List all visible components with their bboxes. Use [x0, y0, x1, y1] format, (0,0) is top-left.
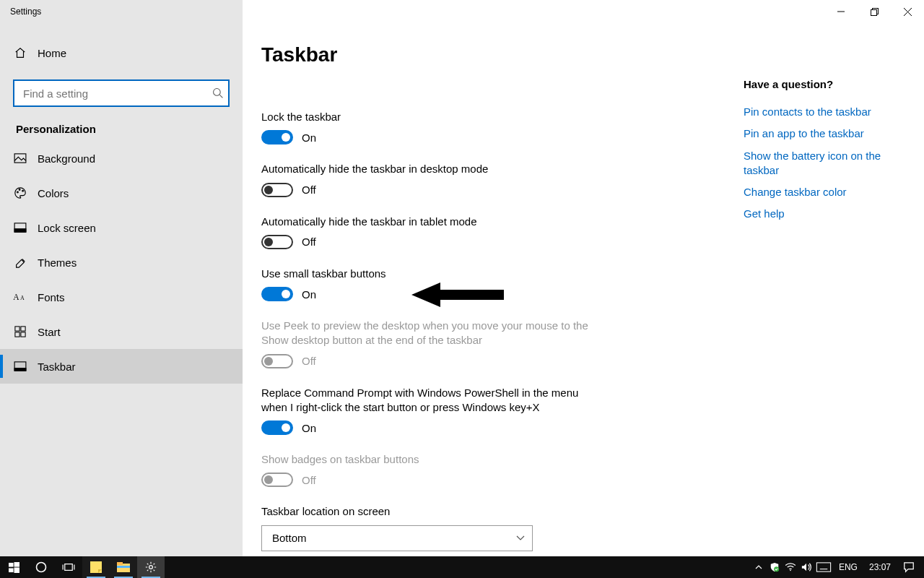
- tray-defender-icon[interactable]: [767, 556, 783, 578]
- setting-label: Lock the taskbar: [261, 110, 601, 124]
- setting-label: Automatically hide the taskbar in tablet…: [261, 215, 601, 229]
- toggle[interactable]: [261, 420, 293, 435]
- nav-lockscreen[interactable]: Lock screen: [0, 210, 243, 245]
- taskview-button[interactable]: [55, 556, 82, 578]
- toggle[interactable]: [261, 235, 293, 249]
- setting-label: Replace Command Prompt with Windows Powe…: [261, 386, 601, 415]
- svg-rect-30: [90, 561, 102, 573]
- svg-rect-32: [117, 562, 123, 565]
- help-heading: Have a question?: [744, 78, 910, 90]
- tray-wifi-icon[interactable]: [783, 556, 798, 578]
- svg-rect-2: [871, 9, 876, 15]
- sidebar: Home Personalization Background: [0, 0, 243, 556]
- setting-6: Show badges on taskbar buttonsOff: [261, 452, 601, 487]
- nav-taskbar[interactable]: Taskbar: [0, 349, 243, 384]
- setting-2: Automatically hide the taskbar in tablet…: [261, 215, 601, 249]
- setting-3: Use small taskbar buttonsOn: [261, 267, 601, 301]
- svg-point-34: [149, 566, 153, 569]
- svg-point-26: [37, 563, 46, 572]
- setting-label: Taskbar location on screen: [261, 504, 601, 519]
- tray-actioncenter[interactable]: [897, 561, 921, 573]
- tray-volume-icon[interactable]: [798, 556, 814, 578]
- toggle: [261, 354, 293, 368]
- svg-point-8: [17, 191, 19, 193]
- toggle-state: Off: [302, 355, 316, 367]
- nav-fonts[interactable]: A A Fonts: [0, 280, 243, 314]
- close-button[interactable]: [891, 0, 924, 23]
- setting-4: Use Peek to preview the desktop when you…: [261, 319, 601, 368]
- themes-icon: [13, 256, 27, 269]
- svg-rect-22: [9, 562, 14, 566]
- svg-text:A: A: [13, 293, 19, 301]
- nav-label: Background: [38, 152, 95, 165]
- page-title: Taskbar: [261, 43, 744, 66]
- toggle-state: On: [302, 131, 316, 144]
- help-link[interactable]: Pin an app to the taskbar: [744, 126, 910, 141]
- setting-1: Automatically hide the taskbar in deskto…: [261, 162, 601, 197]
- tray-language[interactable]: ENG: [833, 562, 863, 572]
- svg-rect-37: [816, 563, 830, 571]
- toggle-state: Off: [302, 474, 316, 486]
- nav-label: Start: [38, 326, 61, 338]
- location-dropdown[interactable]: Bottom: [261, 525, 533, 551]
- system-taskbar: ENG 23:07: [0, 556, 924, 578]
- setting-5: Replace Command Prompt with Windows Powe…: [261, 386, 601, 436]
- nav-home-label: Home: [38, 47, 66, 59]
- maximize-button[interactable]: [858, 0, 891, 23]
- search-input[interactable]: [22, 87, 212, 100]
- toggle[interactable]: [261, 183, 293, 197]
- nav-label: Fonts: [38, 291, 65, 303]
- nav-label: Colors: [38, 187, 69, 199]
- svg-rect-16: [21, 327, 25, 331]
- palette-icon: [13, 186, 27, 199]
- help-link[interactable]: Show the battery icon on the taskbar: [744, 149, 910, 178]
- minimize-button[interactable]: [824, 0, 858, 23]
- nav-home[interactable]: Home: [0, 36, 243, 69]
- tray-clock[interactable]: 23:07: [863, 562, 897, 572]
- nav-start[interactable]: Start: [0, 314, 243, 349]
- help-link[interactable]: Get help: [744, 207, 910, 221]
- svg-rect-12: [14, 229, 26, 232]
- help-link[interactable]: Change taskbar color: [744, 185, 910, 199]
- svg-rect-25: [14, 567, 19, 573]
- home-icon: [13, 46, 27, 59]
- toggle[interactable]: [261, 287, 293, 301]
- nav-label: Taskbar: [38, 361, 76, 373]
- setting-label: Automatically hide the taskbar in deskto…: [261, 162, 601, 176]
- svg-line-6: [219, 95, 222, 98]
- taskbar-icon: [13, 361, 27, 371]
- image-icon: [13, 153, 27, 163]
- nav-colors[interactable]: Colors: [0, 176, 243, 210]
- caption-buttons: [824, 0, 924, 23]
- toggle-state: Off: [302, 236, 316, 248]
- setting-label: Show badges on taskbar buttons: [261, 452, 601, 467]
- help-link[interactable]: Pin contacts to the taskbar: [744, 105, 910, 119]
- tray-keyboard-icon[interactable]: [814, 556, 833, 578]
- svg-rect-15: [15, 327, 19, 331]
- svg-rect-23: [14, 562, 19, 567]
- taskbar-app-settings[interactable]: [137, 556, 165, 578]
- svg-point-35: [774, 566, 779, 571]
- dropdown-value: Bottom: [272, 532, 307, 544]
- taskbar-app-stickynotes[interactable]: [82, 556, 110, 578]
- svg-rect-20: [14, 368, 26, 371]
- svg-rect-18: [21, 332, 25, 337]
- nav-background[interactable]: Background: [0, 141, 243, 176]
- search-box[interactable]: [13, 79, 230, 107]
- start-button[interactable]: [0, 556, 27, 578]
- section-title: Personalization: [0, 107, 243, 141]
- nav-label: Themes: [38, 256, 77, 269]
- toggle[interactable]: [261, 130, 293, 144]
- tray-overflow-button[interactable]: [751, 556, 767, 578]
- help-column: Have a question? Pin contacts to the tas…: [744, 0, 924, 556]
- start-icon: [13, 326, 27, 337]
- main-content: Taskbar Lock the taskbarOnAutomatically …: [243, 0, 744, 556]
- fonts-icon: A A: [13, 291, 27, 303]
- taskbar-app-explorer[interactable]: [110, 556, 137, 578]
- setting-0: Lock the taskbarOn: [261, 110, 601, 144]
- search-icon: [212, 87, 224, 99]
- toggle: [261, 473, 293, 487]
- cortana-button[interactable]: [27, 556, 55, 578]
- svg-rect-33: [117, 566, 130, 568]
- nav-themes[interactable]: Themes: [0, 245, 243, 280]
